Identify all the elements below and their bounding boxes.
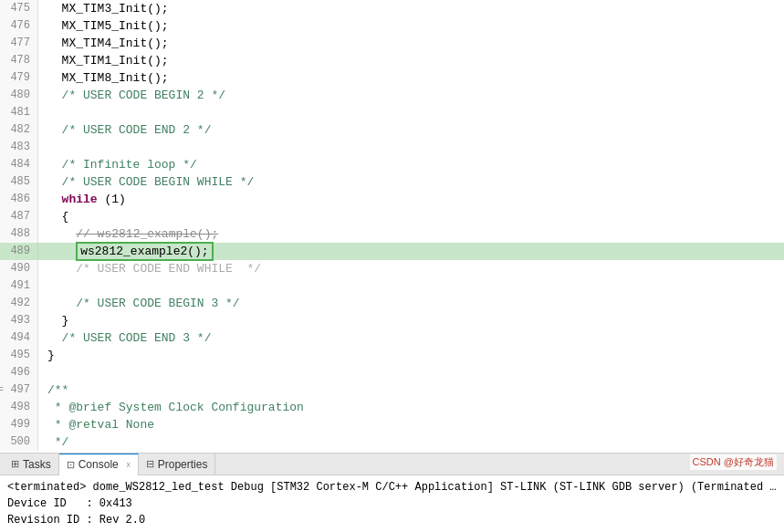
line-number: 488 (0, 225, 38, 243)
table-row: 491 (0, 277, 784, 295)
table-row: 488 // ws2812_example(); (0, 225, 784, 243)
line-content: /* USER CODE BEGIN 2 */ (38, 87, 784, 104)
table-row: 481 (0, 104, 784, 121)
table-row: 495 } (0, 347, 784, 364)
line-content: MX_TIM3_Init(); (38, 0, 784, 17)
line-content: /* Infinite loop */ (38, 156, 784, 173)
table-row: 498 * @brief System Clock Configuration (0, 399, 784, 416)
csdn-badge: CSDN @好奇龙猫 (690, 454, 777, 470)
line-content: // ws2812_example(); (38, 225, 784, 243)
line-number: 494 (0, 329, 38, 347)
tab-bar: ⊞ Tasks ⊡ Console ☓ ⊟ Properties (0, 454, 784, 475)
table-row: 494 /* USER CODE END 3 */ (0, 329, 784, 347)
line-content: * @retval None (38, 416, 784, 433)
line-number: 481 (0, 104, 38, 121)
line-number: 495 (0, 347, 38, 364)
line-number: 482 (0, 121, 38, 139)
line-number: 485 (0, 173, 38, 191)
line-number: 483 (0, 139, 38, 156)
table-row: 490 /* USER CODE END WHILE */ (0, 260, 784, 277)
line-number: 484 (0, 156, 38, 173)
line-content (38, 139, 784, 156)
table-row: 486 while (1) (0, 191, 784, 208)
line-content: */ (38, 433, 784, 451)
table-row: 478 MX_TIM1_Init(); (0, 52, 784, 69)
table-row: 482 /* USER CODE END 2 */ (0, 121, 784, 139)
table-row: 484 /* Infinite loop */ (0, 156, 784, 173)
line-number: 477 (0, 35, 38, 52)
line-content: /* USER CODE END 3 */ (38, 329, 784, 347)
tab-tasks-label: Tasks (23, 458, 51, 471)
line-content: /** (38, 381, 784, 399)
line-number: 476 (0, 17, 38, 35)
line-content (38, 104, 784, 121)
tab-tasks[interactable]: ⊞ Tasks (4, 454, 59, 475)
line-content: /* USER CODE END WHILE */ (38, 260, 784, 277)
line-content: while (1) (38, 191, 784, 208)
line-content: * @brief System Clock Configuration (38, 399, 784, 416)
line-content: } (38, 347, 784, 364)
line-content: { (38, 208, 784, 225)
console-line: Revision ID : Rev 2.0 (7, 512, 777, 528)
tab-console-label: Console (78, 458, 119, 471)
line-number: 478 (0, 52, 38, 69)
table-row: 485 /* USER CODE BEGIN WHILE */ (0, 173, 784, 191)
line-content: MX_TIM1_Init(); (38, 52, 784, 69)
line-number: 487 (0, 208, 38, 225)
line-content: MX_TIM8_Init(); (38, 69, 784, 87)
table-row: 497= /** (0, 381, 784, 399)
table-row: 479 MX_TIM8_Init(); (0, 69, 784, 87)
line-number: 490 (0, 260, 38, 277)
table-row: 477 MX_TIM4_Init(); (0, 35, 784, 52)
line-content: } (38, 312, 784, 329)
line-number: 480 (0, 87, 38, 104)
table-row: 483 (0, 139, 784, 156)
tasks-icon: ⊞ (11, 458, 19, 470)
table-row: 500 */ (0, 433, 784, 451)
line-number: 496 (0, 364, 38, 381)
console-line: <terminated> dome_WS2812_led_test Debug … (7, 479, 777, 495)
line-number: 489 (0, 243, 38, 260)
console-icon: ⊡ (67, 459, 75, 471)
line-number: 491 (0, 277, 38, 295)
bottom-panel: ⊞ Tasks ⊡ Console ☓ ⊟ Properties <termin… (0, 453, 784, 532)
line-content: /* USER CODE END 2 */ (38, 121, 784, 139)
line-number: 492 (0, 295, 38, 312)
line-number: 499 (0, 416, 38, 433)
line-content: MX_TIM4_Init(); (38, 35, 784, 52)
tab-properties[interactable]: ⊟ Properties (139, 454, 216, 475)
table-row: 489 ws2812_example2(); (0, 243, 784, 260)
line-content (38, 277, 784, 295)
line-content (38, 364, 784, 381)
line-number: 493 (0, 312, 38, 329)
code-editor: 475 MX_TIM3_Init(); 476 MX_TIM5_Init(); … (0, 0, 784, 453)
table-row: 476 MX_TIM5_Init(); (0, 17, 784, 35)
line-content: MX_TIM5_Init(); (38, 17, 784, 35)
table-row: 480 /* USER CODE BEGIN 2 */ (0, 87, 784, 104)
console-line: Device ID : 0x413 (7, 495, 777, 512)
table-row: 487 { (0, 208, 784, 225)
line-number: 475 (0, 0, 38, 17)
line-number: 497= (0, 381, 38, 399)
line-content: /* USER CODE BEGIN WHILE */ (38, 173, 784, 191)
line-number: 479 (0, 69, 38, 87)
line-content: ws2812_example2(); (38, 243, 784, 260)
console-output: <terminated> dome_WS2812_led_test Debug … (0, 475, 784, 532)
table-row: 492 /* USER CODE BEGIN 3 */ (0, 295, 784, 312)
table-row: 493 } (0, 312, 784, 329)
code-lines: 475 MX_TIM3_Init(); 476 MX_TIM5_Init(); … (0, 0, 784, 453)
line-number: 500 (0, 433, 38, 451)
properties-icon: ⊟ (146, 458, 154, 470)
table-row: 496 (0, 364, 784, 381)
tab-console[interactable]: ⊡ Console ☓ (59, 454, 139, 475)
table-row: 499 * @retval None (0, 416, 784, 433)
line-content: /* USER CODE BEGIN 3 */ (38, 295, 784, 312)
table-row: 475 MX_TIM3_Init(); (0, 0, 784, 17)
console-badge: ☓ (126, 460, 131, 470)
line-number: 486 (0, 191, 38, 208)
tab-properties-label: Properties (158, 458, 208, 471)
line-number: 498 (0, 399, 38, 416)
